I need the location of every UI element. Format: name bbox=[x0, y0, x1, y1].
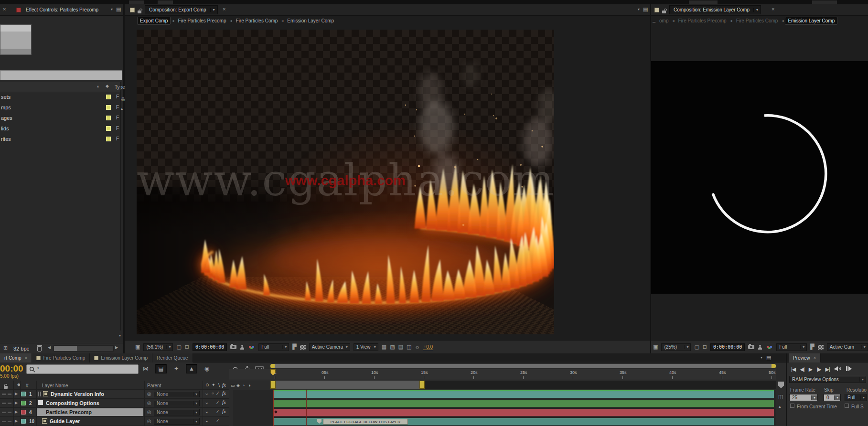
project-bit-depth[interactable]: 32 bpc bbox=[13, 346, 29, 351]
hscroll-left-icon[interactable]: ◀ bbox=[48, 346, 51, 350]
layer-name-column-header[interactable]: Layer Name bbox=[42, 383, 68, 388]
number-column-header[interactable]: # bbox=[26, 383, 29, 388]
search-dropdown-icon[interactable]: ▾ bbox=[37, 366, 39, 370]
pane-toggle-switches-icon[interactable]: ◈ bbox=[236, 383, 240, 388]
viewer-tab[interactable]: Composition: Export Comp ▾ bbox=[145, 5, 218, 14]
quality-switch-icon[interactable]: ∕ bbox=[217, 400, 218, 405]
comp-mini-flowchart-icon[interactable]: ⋈ bbox=[140, 364, 151, 373]
transfer-header-icon[interactable]: ✦ bbox=[212, 383, 215, 387]
navigator-end-handle[interactable] bbox=[772, 364, 776, 368]
fx-switch-icon[interactable]: fx bbox=[222, 399, 226, 405]
region-of-interest-icon[interactable]: ▛ bbox=[810, 344, 814, 350]
scroll-up-icon[interactable]: ▴ bbox=[121, 107, 123, 111]
layer-color-swatch[interactable] bbox=[21, 392, 26, 396]
sort-asc-icon[interactable]: ▴ bbox=[97, 85, 99, 88]
parent-select[interactable]: None▾ bbox=[154, 409, 200, 415]
timeline-timecode[interactable]: 00:00 bbox=[0, 363, 23, 374]
panel-dropdown-icon[interactable]: ▾ bbox=[111, 8, 113, 11]
view-layout-select[interactable]: 1 View▾ bbox=[354, 343, 378, 351]
main-crumb-3[interactable]: Emission Layer Comp bbox=[285, 17, 336, 24]
preview-tab-close-icon[interactable]: × bbox=[814, 355, 816, 361]
fx-switch-icon[interactable]: fx bbox=[222, 408, 226, 414]
viewer-panel-menu-icon[interactable]: ▤ bbox=[643, 7, 648, 12]
label-color-swatch[interactable] bbox=[106, 95, 111, 99]
viewer-tab[interactable]: Composition: Emission Layer Comp ▾ bbox=[669, 5, 761, 14]
play-icon[interactable]: ▶ bbox=[809, 366, 812, 373]
expander-icon[interactable]: ▶ bbox=[15, 419, 18, 423]
viewer-tab-close-icon[interactable]: × bbox=[223, 7, 225, 12]
quality-switch-icon[interactable]: ∕ bbox=[217, 409, 218, 414]
emission-crumb-1[interactable]: Fire Particles Precomp bbox=[675, 17, 729, 24]
av-dash[interactable] bbox=[2, 394, 6, 395]
pick-whip-icon[interactable]: ◎ bbox=[147, 409, 151, 415]
trash-icon[interactable] bbox=[37, 346, 42, 351]
mask-visibility-icon[interactable]: ▧ bbox=[390, 344, 395, 350]
lock-open-icon[interactable] bbox=[662, 11, 666, 13]
timecode-display[interactable]: 0:00:00:00 bbox=[193, 343, 227, 351]
layer-name[interactable]: Particles Precomp bbox=[46, 409, 92, 415]
pick-whip-icon[interactable]: ◎ bbox=[147, 391, 151, 396]
camera-select[interactable]: Active Camera▾ bbox=[309, 343, 350, 351]
hscroll-right-icon[interactable]: ▶ bbox=[115, 346, 118, 350]
emission-crumb-0[interactable]: omp bbox=[657, 17, 671, 24]
av-dash[interactable] bbox=[8, 403, 11, 404]
collapse-switch-icon[interactable]: ⌣ bbox=[205, 409, 208, 415]
search-input[interactable]: ▾ bbox=[26, 364, 139, 374]
effect-controls-title[interactable]: Effect Controls: Particles Precomp bbox=[26, 7, 98, 12]
frame-rate-select[interactable]: 25 ▾ bbox=[789, 394, 818, 401]
audio-icon[interactable] bbox=[834, 366, 841, 373]
collapse-switch-icon[interactable]: ⌣ bbox=[205, 418, 208, 424]
layer-color-swatch[interactable] bbox=[21, 410, 26, 415]
motion-blur-icon[interactable]: ◉ bbox=[201, 364, 213, 373]
timeline-tab-3[interactable]: Render Queue bbox=[152, 353, 193, 362]
transparency-grid-icon[interactable] bbox=[300, 345, 306, 350]
fx-header-icon[interactable]: fx bbox=[222, 382, 226, 388]
layer-bar-2[interactable] bbox=[273, 400, 774, 407]
collapse-switch-icon[interactable]: ⌣ bbox=[205, 400, 208, 405]
av-dash[interactable] bbox=[2, 403, 6, 404]
tab-close-icon[interactable]: × bbox=[25, 355, 28, 361]
magnification-select[interactable]: (25%)▾ bbox=[661, 343, 691, 351]
layer-color-swatch[interactable] bbox=[21, 401, 26, 405]
hscroll-track[interactable] bbox=[54, 345, 114, 351]
viewer-tab-close-icon[interactable]: × bbox=[772, 7, 774, 12]
project-item-row[interactable]: mpsF bbox=[0, 103, 120, 113]
safe-zones-icon[interactable]: ⊡ bbox=[185, 344, 189, 350]
pick-whip-icon[interactable]: ◎ bbox=[147, 400, 151, 405]
viewer-tab-dropdown-icon[interactable]: ▾ bbox=[753, 8, 761, 12]
quality-switch-icon[interactable]: ∕ bbox=[217, 418, 218, 423]
time-ruler[interactable]: 0s05s10s15s20s25s30s35s40s45s50s bbox=[229, 369, 776, 380]
layer-row-2[interactable]: ▶2Compositing Options◎None▾⌣∕fx bbox=[0, 399, 229, 408]
roi-tools-icon[interactable]: ▢ bbox=[176, 344, 181, 350]
parent-select[interactable]: None▾ bbox=[154, 418, 200, 425]
label-color-swatch[interactable] bbox=[106, 137, 111, 141]
lock-open-icon[interactable] bbox=[138, 11, 141, 13]
ram-preview-options-select[interactable]: RAM Preview Options ▾ bbox=[789, 376, 866, 383]
project-item-row[interactable]: setsF bbox=[0, 92, 120, 103]
exposure-value[interactable]: +0.0 bbox=[423, 344, 433, 350]
timeline-tab-2[interactable]: Emission Layer Comp bbox=[90, 353, 152, 362]
roi-tools-icon[interactable]: ▢ bbox=[694, 344, 699, 350]
timeline-tab-0[interactable]: rt Comp× bbox=[0, 353, 32, 362]
comp-marker-bin-icon[interactable] bbox=[778, 382, 784, 388]
frame-blending-icon[interactable]: ▲ bbox=[186, 364, 197, 373]
quality-header-icon[interactable]: ∖ bbox=[217, 383, 220, 388]
exposure-icon[interactable]: ☼ bbox=[415, 344, 419, 350]
current-time-indicator-line[interactable] bbox=[273, 390, 274, 426]
draft-3d-icon[interactable]: ▤ bbox=[155, 364, 167, 373]
timeline-panel-dropdown-icon[interactable]: ▾ bbox=[761, 356, 762, 360]
pane-toggle-modes-icon[interactable]: ◔ bbox=[242, 383, 245, 388]
timeline-panel-menu-icon[interactable]: ▤ bbox=[766, 355, 771, 360]
guide-layer-marker-label[interactable]: PLACE FOOTAGE BELOW THIS LAYER bbox=[323, 419, 408, 425]
work-area-bar[interactable] bbox=[273, 381, 422, 389]
safe-zones-icon[interactable]: ⊡ bbox=[703, 344, 707, 350]
time-navigator-track[interactable] bbox=[270, 364, 776, 368]
go-to-start-icon[interactable]: |◀ bbox=[791, 366, 795, 373]
interpret-footage-icon[interactable]: ⊞ bbox=[3, 345, 8, 351]
resolution-select[interactable]: Full ▾ bbox=[845, 394, 867, 401]
collapse-switch-icon[interactable]: ⌣ bbox=[205, 391, 208, 396]
pick-whip-icon[interactable]: ◎ bbox=[147, 418, 151, 424]
layer-row-4[interactable]: ▶4Particles Precomp◎None▾⌣∕fx bbox=[0, 408, 229, 417]
channels-icon[interactable] bbox=[248, 345, 255, 350]
previous-frame-icon[interactable]: ◀| bbox=[800, 366, 804, 373]
